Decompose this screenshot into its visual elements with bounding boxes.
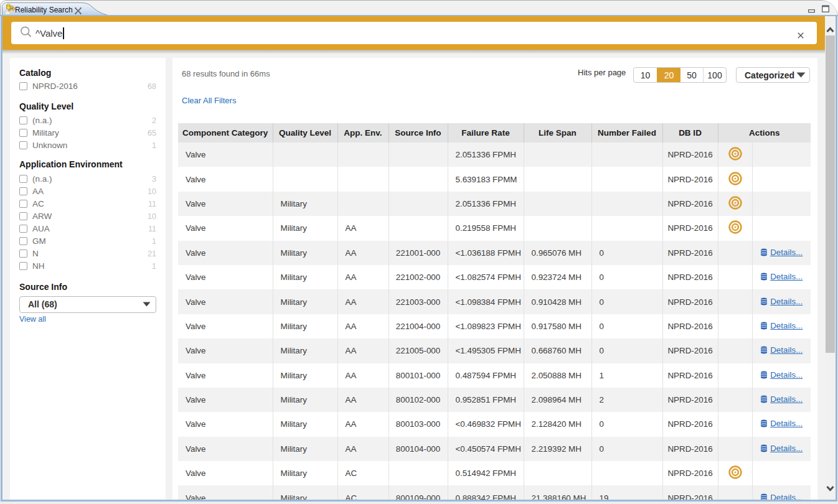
col-header: Failure Rate (448, 123, 524, 142)
cell: Military (273, 289, 337, 314)
search-bar: ^Valve (2, 16, 825, 50)
filter-section-title: Application Environment (19, 159, 156, 169)
cell (524, 167, 591, 191)
cell (388, 167, 448, 191)
target-cell (718, 289, 752, 314)
tab-reliability-search[interactable]: Reliability Search (2, 1, 117, 16)
result-row: ValveMilitaryAA800102-0000.952851 FPMH2.… (178, 388, 811, 412)
checkbox[interactable] (19, 237, 27, 245)
filter-label: NH (32, 261, 152, 271)
checkbox[interactable] (19, 116, 27, 124)
cell (337, 167, 388, 191)
details-link[interactable]: Details... (760, 345, 803, 355)
cell: Valve (178, 216, 273, 240)
details-link[interactable]: Details... (760, 248, 803, 257)
target-cell (718, 437, 752, 461)
database-icon (760, 395, 768, 403)
cell: Valve (178, 241, 273, 265)
view-mode-dropdown[interactable]: Categorized (736, 67, 810, 83)
target-icon[interactable] (728, 465, 742, 479)
actions-cell (752, 461, 811, 485)
cell: Military (273, 363, 337, 388)
scrollbar-thumb[interactable] (826, 35, 835, 353)
details-link[interactable]: Details... (760, 394, 803, 404)
content-area: CatalogNPRD-201668Quality Level(n.a.)2Mi… (2, 50, 825, 500)
cell: 19 (591, 485, 662, 502)
database-icon (760, 371, 768, 379)
cell: Military (273, 437, 337, 461)
cell: <0.469832 FPMH (448, 412, 524, 436)
details-link[interactable]: Details... (760, 444, 803, 453)
page-size-50[interactable]: 50 (680, 68, 703, 82)
cell: NPRD-2016 (662, 437, 718, 461)
actions-cell: Details... (752, 412, 811, 436)
cell: 21.388160 MH (524, 485, 591, 502)
maximize-view-icon[interactable] (822, 4, 829, 15)
cell: 800109-000 (388, 485, 448, 502)
clear-all-filters-link[interactable]: Clear All Filters (182, 95, 236, 106)
clear-search-icon[interactable] (798, 30, 804, 41)
details-link[interactable]: Details... (760, 419, 803, 428)
filter-count: 11 (148, 225, 156, 233)
scroll-down-icon[interactable] (826, 483, 835, 495)
source-info-dropdown[interactable]: All (68) (19, 296, 156, 313)
checkbox[interactable] (19, 129, 27, 137)
checkbox[interactable] (19, 262, 27, 270)
details-link[interactable]: Details... (760, 321, 803, 330)
cell: Military (273, 241, 337, 265)
target-cell (718, 265, 752, 289)
actions-cell (752, 167, 811, 191)
target-icon[interactable] (728, 147, 742, 161)
search-input[interactable]: ^Valve (11, 22, 817, 44)
search-icon (19, 26, 32, 40)
filter-section-title: Catalog (19, 68, 156, 78)
filter-item: AC11 (19, 198, 156, 210)
cell: NPRD-2016 (662, 461, 718, 485)
details-link[interactable]: Details... (760, 370, 803, 380)
cell: 0 (591, 241, 662, 265)
checkbox[interactable] (19, 175, 27, 183)
scroll-up-icon[interactable] (826, 25, 835, 36)
source-info-title: Source Info (19, 282, 156, 292)
details-link[interactable]: Details... (760, 297, 803, 306)
view-all-link[interactable]: View all (19, 315, 46, 324)
cell: 800104-000 (388, 437, 448, 461)
checkbox[interactable] (19, 141, 27, 149)
checkbox[interactable] (19, 82, 27, 90)
checkbox[interactable] (19, 212, 27, 220)
cell: 2.128420 MH (524, 412, 591, 436)
tab-close-icon[interactable] (75, 6, 82, 16)
checkbox[interactable] (19, 250, 27, 258)
cell: Valve (178, 485, 273, 502)
target-icon[interactable] (728, 196, 742, 210)
result-row: ValveMilitaryAA0.219558 FPMHNPRD-2016 (178, 216, 811, 240)
cell: NPRD-2016 (662, 265, 718, 289)
target-icon[interactable] (728, 220, 742, 234)
filter-count: 2 (152, 116, 156, 125)
vertical-scrollbar[interactable] (825, 16, 836, 500)
cell: 0.910428 MH (524, 289, 591, 314)
result-row: ValveMilitaryAA221001-000<1.036188 FPMH0… (178, 241, 811, 265)
target-icon[interactable] (728, 172, 742, 185)
cell: <0.450574 FPMH (448, 437, 524, 461)
filter-label: Military (32, 128, 148, 138)
page-size-20[interactable]: 20 (657, 68, 680, 82)
details-link[interactable]: Details... (760, 493, 803, 502)
cell: NPRD-2016 (662, 167, 718, 191)
checkbox[interactable] (19, 200, 27, 208)
cell: Valve (178, 265, 273, 289)
checkbox[interactable] (19, 187, 27, 195)
details-link[interactable]: Details... (760, 272, 803, 281)
minimize-view-icon[interactable] (808, 4, 815, 16)
cell: 0.514942 FPMH (448, 461, 524, 485)
result-row: ValveMilitaryAA800103-000<0.469832 FPMH2… (178, 412, 811, 436)
result-row: ValveMilitaryAC800109-0000.888342 FPMH21… (178, 485, 811, 502)
checkbox[interactable] (19, 225, 27, 233)
cell: AA (337, 437, 388, 461)
result-row: ValveMilitaryAC0.514942 FPMHNPRD-2016 (178, 461, 811, 485)
page-size-10[interactable]: 10 (634, 68, 657, 82)
cell: AC (337, 485, 388, 502)
cell: 2.051336 FPMH (448, 192, 524, 216)
page-size-100[interactable]: 100 (703, 68, 726, 82)
col-header: Life Span (524, 123, 591, 142)
